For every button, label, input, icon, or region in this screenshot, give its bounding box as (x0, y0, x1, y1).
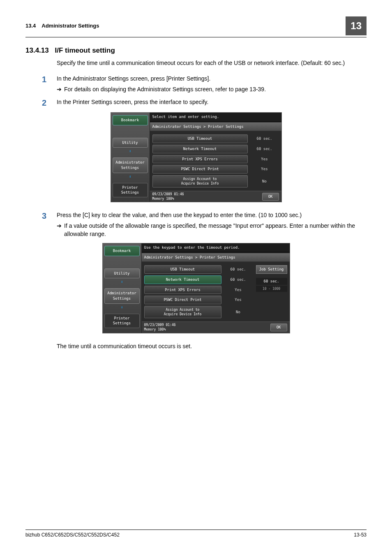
step-3-text: Press the [C] key to clear the value, an… (57, 211, 367, 220)
print-xps-errors-button[interactable]: Print XPS Errors (144, 286, 221, 294)
chevron-down-icon: ⬇ (113, 174, 148, 180)
heading-num: 13.4.13 (25, 46, 49, 54)
status-datetime: 09/23/2009 01:46 (152, 192, 184, 197)
footer-model: bizhub C652/C652DS/C552/C552DS/C452 (25, 532, 120, 539)
intro-text: Specify the time until a communication t… (57, 59, 367, 67)
footer-page: 13-53 (354, 532, 367, 539)
job-setting-label: Job Setting (256, 265, 287, 274)
admin-settings-tab[interactable]: Administrator Settings (104, 288, 140, 303)
network-timeout-button[interactable]: Network Timeout (144, 275, 221, 284)
closing-text: The time until a communication timeout o… (57, 342, 367, 351)
panel-instruction: Select item and enter setting. (150, 113, 281, 122)
chevron-down-icon: ⬇ (104, 279, 140, 285)
bookmark-tab[interactable]: Bookmark (104, 246, 140, 256)
step-num-2: 2 (42, 98, 57, 107)
status-memory: Memory 100% (144, 327, 176, 332)
network-timeout-value: 60 sec. (224, 277, 253, 282)
page-footer: bizhub C652/C652DS/C552/C552DS/C452 13-5… (25, 530, 367, 539)
screenshot-2: Bookmark Utility ⬇ Administrator Setting… (102, 243, 290, 333)
print-xps-errors-value: Yes (250, 157, 279, 162)
utility-tab[interactable]: Utility (104, 268, 140, 279)
status-datetime: 09/23/2009 01:46 (144, 323, 176, 327)
section-heading: 13.4.13 I/F timeout setting (25, 46, 367, 56)
status-memory: Memory 100% (152, 197, 184, 201)
pswc-direct-print-value: Yes (250, 166, 279, 172)
heading-title: I/F timeout setting (55, 46, 115, 54)
step-num-1: 1 (42, 75, 57, 93)
header-section-num: 13.4 (25, 23, 36, 29)
usb-timeout-value: 60 sec. (224, 267, 253, 272)
step-3: 3 Press the [C] key to clear the value, … (42, 211, 367, 238)
printer-settings-tab[interactable]: Printer Settings (113, 183, 148, 197)
step-2-text: In the Printer Settings screen, press th… (57, 98, 367, 106)
print-xps-errors-button[interactable]: Print XPS Errors (152, 155, 248, 164)
step-1-text: In the Administrator Settings screen, pr… (57, 75, 367, 83)
usb-timeout-value: 60 sec. (250, 136, 279, 141)
panel-instruction: Use the keypad to enter the timeout peri… (142, 243, 290, 252)
breadcrumb: Administrator Settings > Printer Setting… (150, 123, 281, 132)
network-timeout-button[interactable]: Network Timeout (152, 145, 248, 153)
bookmark-tab[interactable]: Bookmark (113, 115, 148, 125)
printer-settings-tab[interactable]: Printer Settings (104, 314, 140, 328)
admin-settings-tab[interactable]: Administrator Settings (113, 157, 148, 173)
usb-timeout-button[interactable]: USB Timeout (144, 265, 221, 274)
assign-account-button[interactable]: Assign Account to Acquire Device Info (152, 175, 248, 187)
pswc-direct-print-button[interactable]: PSWC Direct Print (144, 296, 221, 304)
assign-account-value: No (224, 310, 253, 315)
page-header: 13.4 Administrator Settings 13 (25, 16, 367, 37)
chapter-badge: 13 (346, 16, 367, 35)
chevron-down-icon: ⬇ (113, 148, 148, 154)
breadcrumb: Administrator Settings > Printer Setting… (142, 253, 290, 262)
assign-account-button[interactable]: Assign Account to Acquire Device Info (144, 306, 221, 318)
job-setting-value: 60 sec. (256, 278, 287, 285)
chevron-down-icon: ⬇ (104, 305, 140, 310)
network-timeout-value: 60 sec. (250, 146, 279, 152)
header-section-title: Administrator Settings (42, 23, 99, 29)
ok-button[interactable]: OK (262, 193, 279, 201)
ok-button[interactable]: OK (270, 324, 287, 331)
pswc-direct-print-value: Yes (224, 297, 253, 303)
step-num-3: 3 (42, 211, 57, 238)
print-xps-errors-value: Yes (224, 287, 253, 293)
screenshot-1: Bookmark Utility ⬇ Administrator Setting… (111, 112, 282, 202)
utility-tab[interactable]: Utility (113, 138, 148, 148)
pswc-direct-print-button[interactable]: PSWC Direct Print (152, 165, 248, 173)
job-setting-range: 10 - 1000 (256, 286, 287, 292)
step-1-sub: For details on displaying the Administra… (64, 86, 367, 94)
step-3-sub: If a value outside of the allowable rang… (64, 222, 367, 238)
assign-account-value: No (250, 179, 279, 184)
step-1: 1 In the Administrator Settings screen, … (42, 75, 367, 93)
usb-timeout-button[interactable]: USB Timeout (152, 134, 248, 143)
step-2: 2 In the Printer Settings screen, press … (42, 98, 367, 107)
